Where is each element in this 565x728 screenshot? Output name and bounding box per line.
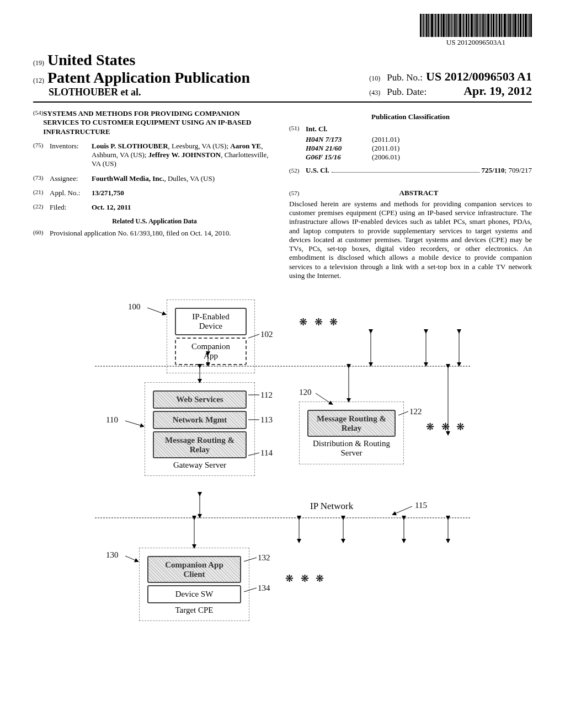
svg-line-4 xyxy=(393,506,412,515)
ellipsis-bottom: ❋ ❋ ❋ xyxy=(285,572,326,585)
code-75: (75) xyxy=(33,142,50,169)
uscl-rest: ; 709/217 xyxy=(505,166,532,175)
author-line: SLOTHOUBER et al. xyxy=(49,87,250,98)
ip-enabled-device-box: IP-Enabled Device xyxy=(175,308,247,335)
companion-app-box: Companion App xyxy=(175,338,247,365)
dist-routing-group: Message Routing & Relay Distribution & R… xyxy=(299,402,404,464)
dist-routing-label: Distribution & Routing Server xyxy=(307,439,396,458)
code-10: (10) xyxy=(369,74,380,83)
biblio-columns: (54) SYSTEMS AND METHODS FOR PROVIDING C… xyxy=(33,109,532,280)
publication-type: Patent Application Publication xyxy=(47,69,250,87)
intcl-date-0: (2011.01) xyxy=(372,135,399,144)
abstract-heading: ABSTRACT xyxy=(306,189,532,197)
filed-date: Oct. 12, 2011 xyxy=(92,203,276,212)
intcl-code-0: H04N 7/173 xyxy=(306,135,372,144)
ref-132: 132 xyxy=(258,553,270,563)
inventors-label: Inventors: xyxy=(50,142,92,169)
msg-routing-box-dist: Message Routing & Relay xyxy=(307,410,396,437)
ref-122: 122 xyxy=(409,407,422,416)
ref-130: 130 xyxy=(106,550,119,560)
intcl-code-2: G06F 15/16 xyxy=(306,153,372,162)
companion-app-client-box: Companion App Client xyxy=(147,556,241,583)
msg-routing-box-gateway: Message Routing & Relay xyxy=(153,431,247,458)
target-cpe-label: Target CPE xyxy=(147,606,241,615)
svg-line-1 xyxy=(125,421,143,426)
code-54: (54) xyxy=(33,109,43,136)
svg-line-0 xyxy=(147,308,166,314)
ellipsis-mid: ❋ ❋ ❋ xyxy=(426,421,467,433)
code-60: (60) xyxy=(33,229,50,238)
gateway-server-label: Gateway Server xyxy=(153,461,247,470)
related-app-heading: Related U.S. Application Data xyxy=(33,217,276,226)
intcl-date-2: (2006.01) xyxy=(372,153,400,162)
uscl-main: 725/110 xyxy=(482,166,505,175)
pubno-label: Pub. No.: xyxy=(387,72,423,83)
ref-112: 112 xyxy=(260,390,273,400)
uscl-label: U.S. Cl. xyxy=(306,166,329,175)
assignee: FourthWall Media, Inc., Dulles, VA (US) xyxy=(92,174,276,183)
publication-number: US 2012/0096503 A1 xyxy=(426,69,532,84)
right-column: Publication Classification (51) Int. Cl.… xyxy=(289,109,532,280)
divider xyxy=(33,101,532,103)
application-number: 13/271,750 xyxy=(92,189,276,197)
invention-title: SYSTEMS AND METHODS FOR PROVIDING COMPAN… xyxy=(43,109,276,136)
barcode: US 20120096503A1 xyxy=(420,14,532,47)
abstract-text: Disclosed herein are systems and methods… xyxy=(289,200,532,280)
ref-120: 120 xyxy=(299,388,312,397)
code-19: (19) xyxy=(33,59,44,67)
pubdate-label: Pub. Date: xyxy=(387,87,427,98)
ellipsis-top: ❋ ❋ ❋ xyxy=(299,316,340,328)
target-cpe-group: Companion App Client Device SW Target CP… xyxy=(139,548,249,621)
network-mgmt-box: Network Mgmt xyxy=(153,411,247,429)
title-block: (19) United States (12) Patent Applicati… xyxy=(33,51,532,98)
assignee-label: Assignee: xyxy=(50,174,92,183)
code-43: (43) xyxy=(369,89,380,97)
dotted-leader xyxy=(332,167,479,173)
intcl-code-1: H04N 21/60 xyxy=(306,144,372,153)
gateway-server-group: Web Services Network Mgmt Message Routin… xyxy=(145,382,255,476)
inventors: Louis P. SLOTHOUBER, Leesburg, VA (US); … xyxy=(92,142,276,169)
ip-enabled-device-group: IP-Enabled Device Companion App xyxy=(167,299,255,373)
figure-1: 100 IP-Enabled Device Companion App 102 … xyxy=(33,297,532,650)
intcl-date-1: (2011.01) xyxy=(372,144,399,153)
code-57: (57) xyxy=(289,190,306,197)
country: United States xyxy=(47,51,135,69)
barcode-lines xyxy=(420,14,532,37)
code-73: (73) xyxy=(33,174,50,183)
svg-line-2 xyxy=(125,556,138,561)
ref-113: 113 xyxy=(260,415,273,425)
code-22: (22) xyxy=(33,203,50,212)
device-sw-box: Device SW xyxy=(147,585,241,603)
ip-network-label: IP Network xyxy=(310,501,353,512)
header-barcode-area: US 20120096503A1 xyxy=(33,14,532,47)
left-column: (54) SYSTEMS AND METHODS FOR PROVIDING C… xyxy=(33,109,276,280)
barcode-number: US 20120096503A1 xyxy=(446,38,505,47)
publication-date: Apr. 19, 2012 xyxy=(463,84,532,98)
ref-134: 134 xyxy=(258,584,270,593)
code-52: (52) xyxy=(289,167,306,175)
code-21: (21) xyxy=(33,189,50,197)
ref-115: 115 xyxy=(415,501,427,510)
intcl-label: Int. Cl. xyxy=(306,125,327,133)
ref-100: 100 xyxy=(128,302,141,312)
web-services-box: Web Services xyxy=(153,390,247,409)
code-12: (12) xyxy=(33,77,44,85)
filed-label: Filed: xyxy=(50,203,92,212)
ref-102: 102 xyxy=(260,330,273,339)
provisional-app: Provisional application No. 61/393,180, … xyxy=(50,229,276,238)
ref-110: 110 xyxy=(106,415,118,425)
pub-classification-heading: Publication Classification xyxy=(289,113,532,121)
code-51: (51) xyxy=(289,125,306,133)
ref-114: 114 xyxy=(260,448,273,458)
applno-label: Appl. No.: xyxy=(50,189,92,197)
